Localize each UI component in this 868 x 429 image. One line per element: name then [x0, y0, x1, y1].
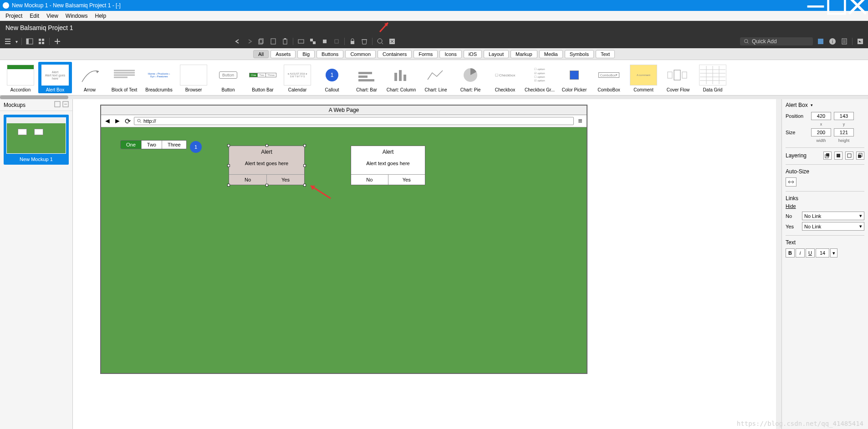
mockups-collapse-icon[interactable]: [62, 101, 69, 109]
mockup-item[interactable]: New Mockup 1: [4, 115, 69, 165]
lib-chart-line[interactable]: Chart: Line: [419, 62, 453, 93]
cat-assets[interactable]: Assets: [271, 50, 296, 58]
resize-handle-sw[interactable]: [227, 184, 230, 187]
info-icon[interactable]: i: [828, 37, 837, 45]
alert-yes-button[interactable]: Yes: [267, 175, 304, 185]
dropdown-icon[interactable]: ▾: [811, 103, 813, 107]
bring-front-icon[interactable]: [321, 37, 329, 45]
callout-mockup[interactable]: 1: [190, 141, 202, 153]
mockups-view-icon[interactable]: [54, 101, 61, 109]
hide-link[interactable]: Hide: [786, 203, 864, 209]
user-icon[interactable]: [817, 37, 825, 45]
browser-mockup[interactable]: A Web Page ◄ ► ⟳ http:// ≡ One Two Three…: [100, 105, 587, 374]
add-icon[interactable]: [53, 37, 61, 45]
height-input[interactable]: [834, 128, 854, 136]
menu-project[interactable]: Project: [2, 12, 26, 20]
send-back-button[interactable]: [856, 151, 864, 160]
tab-one[interactable]: One: [121, 141, 142, 149]
lock-icon[interactable]: [348, 37, 357, 45]
font-size-input[interactable]: 14: [816, 248, 829, 257]
browser-menu-icon[interactable]: ≡: [577, 117, 584, 125]
notes-icon[interactable]: [840, 37, 848, 45]
link-yes-select[interactable]: No Link▾: [802, 222, 864, 231]
resize-handle-e[interactable]: [303, 164, 306, 167]
width-input[interactable]: [811, 128, 831, 136]
bring-forward-button[interactable]: [834, 151, 842, 160]
delete-icon[interactable]: [360, 37, 368, 45]
resize-handle-s[interactable]: [266, 184, 268, 187]
lib-browser[interactable]: Browser: [177, 62, 210, 93]
alert-box-selected[interactable]: Alert Alert text goes here No Yes: [229, 146, 305, 185]
lib-breadcrumbs[interactable]: Home › Products › Xyz › FeaturesBreadcru…: [142, 62, 176, 93]
close-tool-icon[interactable]: [388, 37, 396, 45]
cat-media[interactable]: Media: [539, 50, 563, 58]
send-back-icon[interactable]: [332, 37, 341, 45]
panel-toggle-icon[interactable]: [26, 37, 34, 45]
clipboard-icon[interactable]: [281, 37, 289, 45]
button-bar-mockup[interactable]: One Two Three: [120, 140, 187, 149]
tab-two[interactable]: Two: [142, 141, 162, 149]
reload-icon[interactable]: ⟳: [124, 117, 131, 125]
close-button[interactable]: [847, 0, 868, 11]
fullscreen-icon[interactable]: [856, 37, 864, 45]
tab-three[interactable]: Three: [162, 141, 186, 149]
position-x-input[interactable]: [811, 112, 831, 120]
lib-arrow[interactable]: Arrow: [73, 62, 107, 93]
position-y-input[interactable]: [834, 112, 854, 120]
lib-calendar[interactable]: ◄ AUGUST 2016 ►S M T W T F SCalendar: [281, 62, 314, 93]
lib-button[interactable]: ButtonButton: [211, 62, 245, 93]
autosize-button[interactable]: [786, 177, 797, 187]
lib-button-bar[interactable]: OneTwoThreeButton Bar: [246, 62, 280, 93]
undo-icon[interactable]: [234, 37, 242, 45]
lib-data-grid[interactable]: Data Grid: [696, 62, 730, 93]
resize-handle-ne[interactable]: [303, 144, 306, 147]
cat-buttons[interactable]: Buttons: [317, 50, 343, 58]
redo-icon[interactable]: [245, 37, 254, 45]
lib-comment[interactable]: A commentComment: [627, 62, 660, 93]
underline-button[interactable]: U: [806, 248, 815, 257]
canvas-scrollbar[interactable]: [776, 99, 781, 429]
alert-no-button[interactable]: No: [229, 175, 267, 185]
paste-icon[interactable]: [269, 37, 277, 45]
cat-markup[interactable]: Markup: [511, 50, 537, 58]
lib-chart-column[interactable]: Chart: Column: [384, 62, 418, 93]
cat-big[interactable]: Big: [297, 50, 315, 58]
resize-handle-nw[interactable]: [227, 144, 230, 147]
italic-button[interactable]: i: [796, 248, 805, 257]
menu-windows[interactable]: Windows: [62, 12, 92, 20]
ungroup-icon[interactable]: [309, 37, 317, 45]
cat-layout[interactable]: Layout: [484, 50, 509, 58]
lib-checkbox-group[interactable]: ☐ option☑ option☐ option☑ optionCheckbox…: [523, 62, 557, 93]
lib-alert-box[interactable]: AlertAlert text goes hereAlert Box: [38, 62, 72, 93]
lib-cover-flow[interactable]: Cover Flow: [661, 62, 695, 93]
resize-handle-w[interactable]: [227, 164, 230, 167]
cat-text[interactable]: Text: [596, 50, 615, 58]
cat-containers[interactable]: Containers: [378, 50, 412, 58]
resize-handle-n[interactable]: [266, 144, 268, 147]
font-size-dropdown[interactable]: ▾: [830, 248, 837, 257]
menu-icon[interactable]: [4, 37, 12, 45]
cat-forms[interactable]: Forms: [414, 50, 438, 58]
canvas[interactable]: A Web Page ◄ ► ⟳ http:// ≡ One Two Three…: [73, 99, 776, 429]
link-no-select[interactable]: No Link▾: [802, 212, 864, 220]
lib-checkbox[interactable]: ☐ CheckboxCheckbox: [488, 62, 522, 93]
back-icon[interactable]: ◄: [104, 117, 111, 125]
menu-edit[interactable]: Edit: [26, 12, 43, 20]
menu-help[interactable]: Help: [92, 12, 110, 20]
component-library[interactable]: Accordion AlertAlert text goes hereAlert…: [0, 60, 868, 96]
send-backward-button[interactable]: [845, 151, 853, 160]
quick-add-input[interactable]: Quick Add: [740, 37, 813, 45]
alert-no-button[interactable]: No: [351, 175, 388, 185]
lib-accordion[interactable]: Accordion: [4, 62, 37, 93]
url-bar[interactable]: http://: [134, 117, 574, 125]
lib-callout[interactable]: 1Callout: [315, 62, 349, 93]
cat-symbols[interactable]: Symbols: [565, 50, 594, 58]
lib-chart-pie[interactable]: Chart: Pie: [454, 62, 487, 93]
menu-view[interactable]: View: [43, 12, 62, 20]
lib-block-text[interactable]: Block of Text: [107, 62, 141, 93]
grid-view-icon[interactable]: [37, 37, 46, 45]
group-icon[interactable]: [297, 37, 305, 45]
minimize-button[interactable]: [805, 0, 826, 11]
cat-all[interactable]: All: [253, 50, 269, 58]
cat-common[interactable]: Common: [345, 50, 376, 58]
